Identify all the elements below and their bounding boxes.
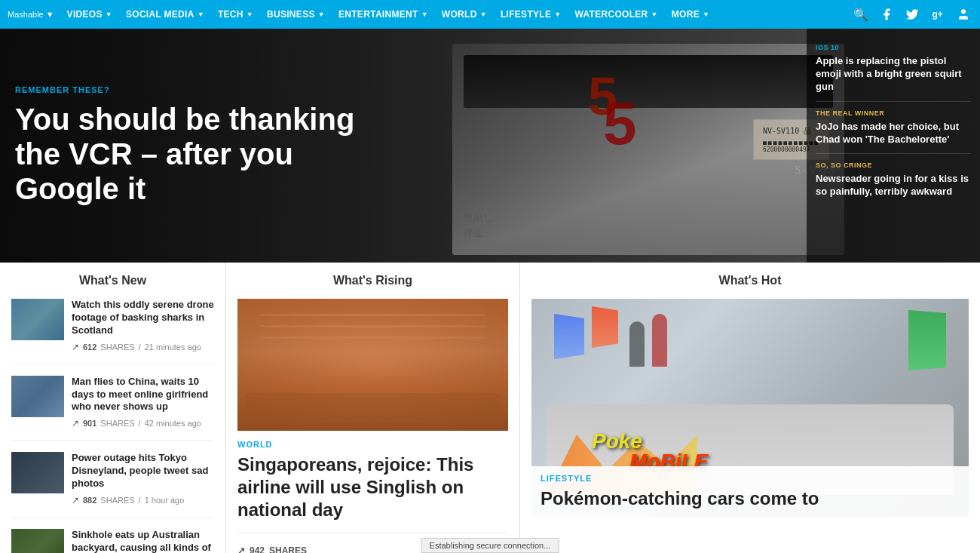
whats-rising-title: What's Rising [237,274,508,287]
time-0: 21 minutes ago [145,343,201,352]
hero-sidebar-text-3: Newsreader going in for a kiss is so pai… [816,173,971,198]
nav-item-videos[interactable]: VIDEOS ▼ [60,0,119,29]
news-item-3[interactable]: Sinkhole eats up Australian backyard, ca… [11,529,214,553]
hot-title-overlay: LIFESTYLE Pokémon-catching cars come to [531,466,969,518]
whats-new-title: What's New [11,274,214,287]
nav-item-tech[interactable]: TECH ▼ [211,0,260,29]
news-headline-3: Sinkhole eats up Australian backyard, ca… [72,529,214,553]
news-item-2[interactable]: Power outage hits Tokyo Disneyland, peop… [11,452,214,518]
share-arrow-2: ↗ [72,495,79,505]
connection-status-bar: Establishing secure connection... [421,538,559,553]
news-text-0: Watch this oddly serene drone footage of… [72,299,214,352]
news-meta-1: ↗ 901 SHARES / 42 minutes ago [72,418,214,429]
news-headline-0: Watch this oddly serene drone footage of… [72,299,214,337]
share-arrow-1: ↗ [72,418,79,429]
hero-sidebar-text-2: JoJo has made her choice, but Chad won '… [816,121,971,146]
hot-article-image: Poke MoBiLE LIFESTYLE Pokémon-catching c… [531,299,969,518]
connection-status-text: Establishing secure connection... [430,541,551,550]
shares-count-2: 882 [83,496,96,505]
nav-arrow-tech: ▼ [247,11,253,18]
nav-arrow-watercooler: ▼ [651,11,658,18]
nav-item-more[interactable]: MORE ▼ [665,0,716,29]
hero-sidebar-item-2[interactable]: THE REAL WINNER JoJo has made her choice… [816,102,971,155]
whats-rising-section: What's Rising WORLD Singaporeans, rejoic… [226,263,520,553]
nav-arrow-more: ▼ [703,11,709,18]
nav-label-more: MORE [672,9,700,20]
nav-right-icons: 🔍 g+ [852,5,972,23]
news-text-2: Power outage hits Tokyo Disneyland, peop… [72,452,214,505]
nav-item-world[interactable]: WORLD ▼ [435,0,494,29]
nav-items-container: VIDEOS ▼ SOCIAL MEDIA ▼ TECH ▼ BUSINESS … [60,0,852,29]
logo-dropdown-arrow[interactable]: ▼ [46,10,54,19]
news-item-0[interactable]: Watch this oddly serene drone footage of… [11,299,214,364]
hero-sidebar-item-1[interactable]: IOS 10 Apple is replacing the pistol emo… [816,36,971,102]
rising-article-image[interactable] [237,299,508,431]
main-nav: Mashable ▼ VIDEOS ▼ SOCIAL MEDIA ▼ TECH … [0,0,980,29]
rising-shares-label: SHARES [269,545,307,554]
news-thumb-2 [11,452,64,493]
user-icon[interactable] [954,5,972,23]
share-arrow-0: ↗ [72,342,79,352]
nav-label-business: BUSINESS [267,9,315,20]
news-headline-2: Power outage hits Tokyo Disneyland, peop… [72,452,214,490]
news-item-1[interactable]: Man flies to China, waits 10 days to mee… [11,376,214,441]
hero-title[interactable]: You should be thanking the VCR – after y… [15,102,384,206]
shares-label-0: SHARES [100,343,134,352]
logo-text: Mashable [8,10,44,19]
nav-label-tech: TECH [218,9,243,20]
time-1: 42 minutes ago [145,419,201,428]
whats-hot-title: What's Hot [531,274,969,287]
search-icon[interactable]: 🔍 [852,5,870,23]
shares-count-0: 612 [83,343,96,352]
nav-item-watercooler[interactable]: WATERCOOLER ▼ [568,0,665,29]
nav-arrow-videos: ▼ [106,11,112,18]
whats-new-section: What's New Watch this oddly serene drone… [0,263,226,553]
news-text-3: Sinkhole eats up Australian backyard, ca… [72,529,214,553]
site-logo[interactable]: Mashable ▼ [8,10,54,19]
hero-sidebar-tag-1: IOS 10 [816,44,971,51]
rising-share-arrow: ↗ [237,545,245,554]
nav-label-watercooler: WATERCOOLER [575,9,648,20]
nav-label-entertainment: ENTERTAINMENT [338,9,418,20]
hero-sidebar-item-3[interactable]: SO, SO CRINGE Newsreader going in for a … [816,154,971,206]
hot-category: LIFESTYLE [541,474,960,483]
news-meta-2: ↗ 882 SHARES / 1 hour ago [72,495,214,505]
whats-hot-section: What's Hot Poke MoBiLE [520,263,980,553]
rising-article-title[interactable]: Singaporeans, rejoice: This airline will… [237,453,508,521]
news-thumb-0 [11,299,64,340]
nav-label-world: WORLD [442,9,477,20]
nav-arrow-business: ▼ [318,11,325,18]
hot-article-wrapper[interactable]: Poke MoBiLE LIFESTYLE Pokémon-catching c… [531,299,969,518]
facebook-icon[interactable] [877,5,896,23]
shares-count-1: 901 [83,419,96,428]
news-text-1: Man flies to China, waits 10 days to mee… [72,376,214,429]
googleplus-icon[interactable]: g+ [929,5,947,23]
hero-sidebar: IOS 10 Apple is replacing the pistol emo… [807,29,980,263]
nav-item-business[interactable]: BUSINESS ▼ [260,0,332,29]
rising-shares-count: 942 [250,545,265,554]
news-thumb-3 [11,529,64,553]
separator-1: / [139,419,141,428]
nav-item-social-media[interactable]: SOCIAL MEDIA ▼ [119,0,211,29]
nav-item-entertainment[interactable]: ENTERTAINMENT ▼ [332,0,435,29]
separator-2: / [139,496,141,505]
hero-sidebar-text-1: Apple is replacing the pistol emoji with… [816,55,971,94]
hero-sidebar-tag-2: THE REAL WINNER [816,109,971,117]
nav-arrow-social: ▼ [198,11,204,18]
nav-item-lifestyle[interactable]: LIFESTYLE ▼ [494,0,568,29]
news-headline-1: Man flies to China, waits 10 days to mee… [72,376,214,414]
shares-label-1: SHARES [100,419,134,428]
time-2: 1 hour ago [145,496,185,505]
shares-label-2: SHARES [100,496,134,505]
hero-content: REMEMBER THESE? You should be thanking t… [0,29,400,263]
rising-category: WORLD [237,440,508,449]
news-meta-0: ↗ 612 SHARES / 21 minutes ago [72,342,214,352]
twitter-icon[interactable] [903,5,921,23]
news-thumb-1 [11,376,64,417]
hero-sidebar-tag-3: SO, SO CRINGE [816,161,971,169]
nav-label-videos: VIDEOS [67,9,103,20]
svg-text:g+: g+ [933,9,943,20]
nav-arrow-entertainment: ▼ [421,11,428,18]
nav-label-social-media: SOCIAL MEDIA [126,9,194,20]
nav-arrow-lifestyle: ▼ [554,11,561,18]
